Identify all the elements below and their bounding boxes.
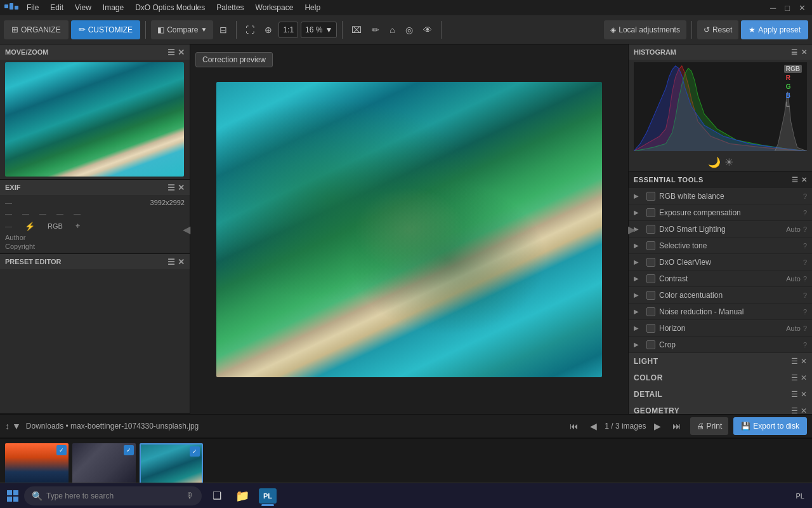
tool-expand-exposure[interactable]: ▶ — [634, 209, 643, 216]
tool-checkbox-noise-reduction[interactable] — [646, 307, 655, 316]
tool-row-noise-reduction[interactable]: ▶ Noise reduction - Manual ? — [629, 304, 812, 320]
tool-expand-rgb-wb[interactable]: ▶ — [634, 192, 643, 199]
tool-row-exposure-comp[interactable]: ▶ Exposure compensation ? — [629, 204, 812, 221]
retouch-button[interactable]: ⌂ — [386, 20, 398, 39]
menu-workspace[interactable]: Workspace — [251, 2, 299, 13]
tool-row-smart-lighting[interactable]: ▶ DxO Smart Lighting Auto ? — [629, 221, 812, 237]
tool-help-crop[interactable]: ? — [803, 341, 807, 349]
start-button[interactable] — [3, 486, 23, 506]
crop-tool-button[interactable]: ⌧ — [348, 20, 365, 39]
tool-expand-contrast[interactable]: ▶ — [634, 275, 643, 282]
menu-image[interactable]: Image — [98, 2, 129, 13]
section-bar-geometry[interactable]: GEOMETRY ☰ ✕ — [629, 403, 812, 414]
tool-checkbox-contrast[interactable] — [646, 274, 655, 283]
preset-editor-menu-icon[interactable]: ☰ — [167, 257, 175, 267]
tool-checkbox-horizon[interactable] — [646, 324, 655, 333]
taskbar-mic-icon[interactable]: 🎙 — [186, 491, 194, 500]
center-arrow-left[interactable]: ◀ — [183, 224, 190, 236]
section-geometry-close-icon[interactable]: ✕ — [801, 406, 807, 414]
section-geometry-menu-icon[interactable]: ☰ — [791, 406, 798, 414]
menu-help[interactable]: Help — [299, 2, 325, 13]
highlights-clipping-icon[interactable]: ☀ — [724, 156, 733, 168]
tool-checkbox-rgb-wb[interactable] — [646, 192, 655, 201]
compare-button[interactable]: ◧ Compare ▼ — [151, 20, 213, 39]
tool-help-clearview[interactable]: ? — [803, 258, 807, 266]
zoom-fit-button[interactable]: ⊕ — [261, 20, 276, 39]
tool-checkbox-crop[interactable] — [646, 340, 655, 349]
preset-editor-close-icon[interactable]: ✕ — [178, 257, 185, 267]
menu-palettes[interactable]: Palettes — [211, 2, 249, 13]
tool-help-smart-lighting[interactable]: ? — [803, 225, 807, 233]
minimize-btn[interactable]: ─ — [766, 2, 780, 14]
section-bar-light[interactable]: LIGHT ☰ ✕ — [629, 353, 812, 370]
histogram-r-channel[interactable]: R — [784, 74, 802, 82]
tool-checkbox-smart-lighting[interactable] — [646, 225, 655, 234]
histogram-close-icon[interactable]: ✕ — [801, 48, 807, 57]
shadows-clipping-icon[interactable]: 🌙 — [708, 156, 721, 168]
menu-edit[interactable]: Edit — [45, 2, 69, 13]
print-button[interactable]: 🖨 Print — [690, 417, 729, 435]
tool-help-horizon[interactable]: ? — [803, 324, 807, 332]
correction-preview-button[interactable]: Correction preview — [195, 52, 273, 67]
tool-help-contrast[interactable]: ? — [803, 275, 807, 283]
tool-row-color-accentuation[interactable]: ▶ Color accentuation ? — [629, 287, 812, 304]
zoom-percent[interactable]: 16 % ▼ — [301, 22, 337, 38]
tool-row-clearview[interactable]: ▶ DxO ClearView ? — [629, 254, 812, 271]
section-color-menu-icon[interactable]: ☰ — [791, 373, 798, 382]
section-detail-menu-icon[interactable]: ☰ — [791, 390, 798, 399]
move-zoom-menu-icon[interactable]: ☰ — [167, 48, 175, 57]
tool-expand-noise-reduction[interactable]: ▶ — [634, 308, 643, 315]
menu-file[interactable]: File — [22, 2, 44, 13]
organize-button[interactable]: ⊞ ORGANIZE — [4, 20, 69, 39]
exif-menu-icon[interactable]: ☰ — [167, 183, 175, 192]
nav-next-button[interactable]: ▶ — [650, 420, 665, 432]
eyedropper-button[interactable]: ◎ — [402, 20, 417, 39]
tool-row-crop[interactable]: ▶ Crop ? — [629, 337, 812, 353]
sort-icon[interactable]: ↕ — [5, 421, 10, 431]
histogram-l-channel[interactable]: L — [784, 100, 802, 109]
nav-first-button[interactable]: ⏮ — [566, 420, 582, 432]
tool-help-selective-tone[interactable]: ? — [803, 242, 807, 250]
filter-icon[interactable]: ▼ — [12, 421, 21, 431]
histogram-b-channel[interactable]: B — [784, 91, 802, 100]
taskbar-photolab[interactable]: PL — [256, 485, 279, 507]
essential-tools-menu-icon[interactable]: ☰ — [792, 176, 799, 184]
close-btn[interactable]: ✕ — [795, 2, 809, 14]
tool-row-contrast[interactable]: ▶ Contrast Auto ? — [629, 271, 812, 287]
tool-help-rgb-wb[interactable]: ? — [803, 192, 807, 200]
taskbar-search-bar[interactable]: 🔍 Type here to search 🎙 — [24, 486, 202, 505]
section-bar-color[interactable]: COLOR ☰ ✕ — [629, 370, 812, 386]
view-mode-button[interactable]: 👁 — [419, 20, 436, 39]
fullscreen-button[interactable]: ⛶ — [242, 20, 258, 39]
tool-expand-horizon[interactable]: ▶ — [634, 324, 643, 331]
customize-button[interactable]: ✏ CUSTOMIZE — [71, 20, 140, 39]
side-by-side-button[interactable]: ⊟ — [216, 20, 231, 39]
tool-help-noise-reduction[interactable]: ? — [803, 308, 807, 316]
tool-row-selective-tone[interactable]: ▶ Selective tone ? — [629, 237, 812, 254]
section-detail-close-icon[interactable]: ✕ — [801, 390, 807, 399]
apply-preset-button[interactable]: ★ Apply preset — [741, 20, 808, 39]
tool-expand-selective-tone[interactable]: ▶ — [634, 242, 643, 249]
menu-view[interactable]: View — [70, 2, 96, 13]
taskbar-explorer[interactable]: 📁 — [231, 485, 254, 507]
tool-checkbox-exposure[interactable] — [646, 208, 655, 217]
tool-checkbox-color-accent[interactable] — [646, 291, 655, 300]
tool-expand-crop[interactable]: ▶ — [634, 341, 643, 348]
tool-expand-color-accent[interactable]: ▶ — [634, 291, 643, 298]
move-zoom-close-icon[interactable]: ✕ — [178, 48, 185, 57]
essential-tools-close-icon[interactable]: ✕ — [801, 176, 808, 184]
section-bar-detail[interactable]: DETAIL ☰ ✕ — [629, 386, 812, 403]
tool-expand-clearview[interactable]: ▶ — [634, 258, 643, 265]
tool-checkbox-selective-tone[interactable] — [646, 241, 655, 250]
tool-row-horizon[interactable]: ▶ Horizon Auto ? — [629, 320, 812, 337]
histogram-g-channel[interactable]: G — [784, 83, 802, 91]
center-arrow-right[interactable]: ▶ — [628, 224, 636, 236]
taskbar-task-view[interactable]: ❑ — [206, 485, 228, 507]
local-adjustments-button[interactable]: ◈ Local adjustments — [604, 20, 686, 39]
exif-close-icon[interactable]: ✕ — [178, 183, 185, 192]
straighten-button[interactable]: ✏ — [368, 20, 383, 39]
section-light-close-icon[interactable]: ✕ — [801, 357, 807, 366]
menu-optics[interactable]: DxO Optics Modules — [130, 2, 210, 13]
section-light-menu-icon[interactable]: ☰ — [791, 357, 798, 366]
histogram-menu-icon[interactable]: ☰ — [791, 48, 797, 57]
